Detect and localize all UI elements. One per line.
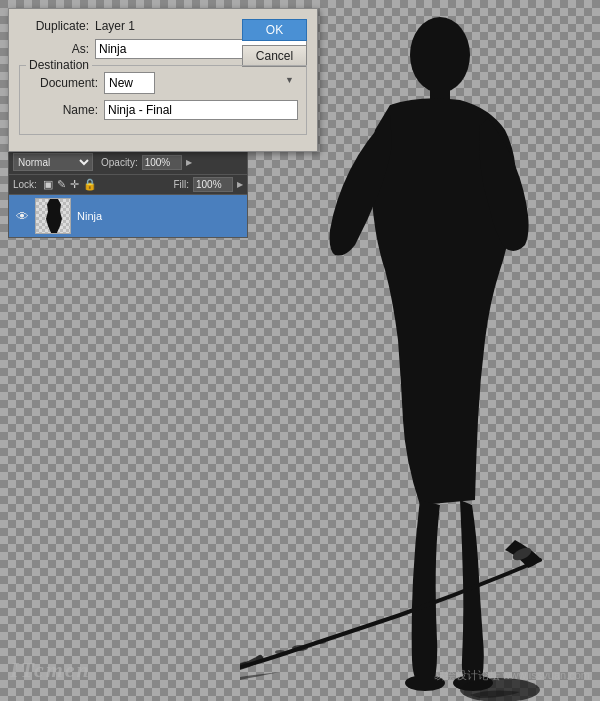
watermark-right: 易绘设计论坛 www.issvuan.com: [434, 668, 590, 683]
watermark-left: ITcmen: [10, 657, 91, 683]
svg-point-7: [314, 640, 326, 644]
opacity-arrow-icon: ▶: [186, 158, 192, 167]
cancel-button[interactable]: Cancel: [242, 45, 307, 67]
name-row: Name:: [28, 100, 298, 120]
name-label: Name:: [28, 103, 98, 117]
document-select[interactable]: New: [104, 72, 155, 94]
layer-name: Ninja: [77, 210, 243, 222]
blend-mode-select[interactable]: Normal: [13, 153, 93, 171]
svg-point-5: [292, 645, 308, 651]
lock-label: Lock:: [13, 179, 37, 190]
as-label: As:: [19, 42, 89, 56]
destination-label: Destination: [26, 58, 92, 72]
layers-controls: Normal Opacity: ▶: [9, 150, 247, 175]
lock-pixels-icon[interactable]: ▣: [43, 178, 53, 191]
svg-point-6: [275, 650, 285, 654]
layer-thumbnail: [35, 198, 71, 234]
fill-label: Fill:: [173, 179, 189, 190]
destination-group: Destination Document: New Name:: [19, 65, 307, 135]
lock-move-icon[interactable]: ✛: [70, 178, 79, 191]
document-select-wrapper: New: [104, 72, 298, 94]
lock-all-icon[interactable]: 🔒: [83, 178, 97, 191]
layer-ninja-item[interactable]: 👁 Ninja: [9, 195, 247, 237]
ok-button[interactable]: OK: [242, 19, 307, 41]
fill-arrow-icon: ▶: [237, 180, 243, 189]
opacity-input[interactable]: [142, 155, 182, 170]
lock-row: Lock: ▣ ✎ ✛ 🔒 Fill: ▶: [9, 175, 247, 195]
dialog-buttons: OK Cancel: [242, 19, 307, 67]
duplicate-layer-dialog: OK Cancel Duplicate: Layer 1 As: Destina…: [8, 8, 318, 152]
ninja-figure: [330, 17, 529, 691]
document-row: Document: New: [28, 72, 298, 94]
sword: [240, 540, 540, 675]
layer-visibility-icon[interactable]: 👁: [13, 207, 31, 225]
opacity-label: Opacity:: [101, 157, 138, 168]
name-input[interactable]: [104, 100, 298, 120]
fill-input[interactable]: [193, 177, 233, 192]
lock-position-icon[interactable]: ✎: [57, 178, 66, 191]
duplicate-label: Duplicate:: [19, 19, 89, 33]
svg-point-0: [410, 17, 470, 93]
document-label: Document:: [28, 76, 98, 90]
